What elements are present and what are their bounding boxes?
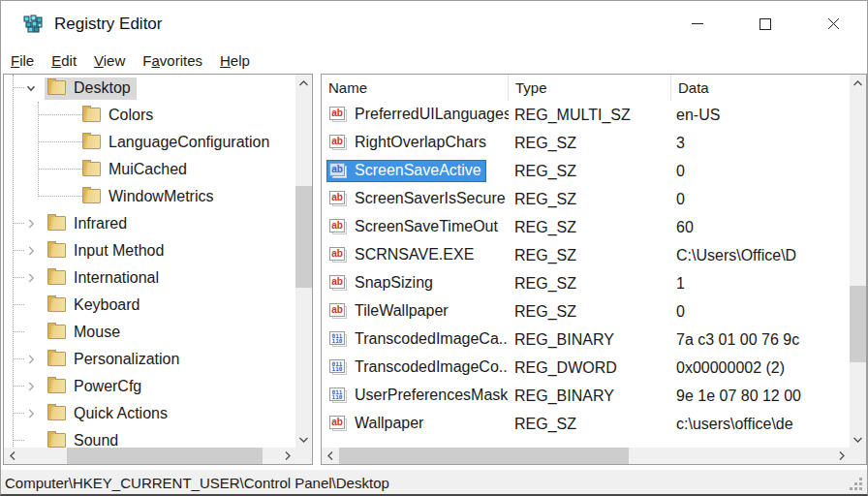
value-row-transcodedimageca[interactable]: 011110TranscodedImageCa...REG_BINARY7a c… xyxy=(322,326,850,354)
tree-node[interactable]: Keyboard xyxy=(45,294,146,317)
value-name-label: ScreenSaverIsSecure xyxy=(355,190,506,207)
tree-item-keyboard[interactable]: Keyboard xyxy=(4,292,295,319)
minimize-button[interactable] xyxy=(664,1,731,46)
scroll-thumb[interactable] xyxy=(850,286,866,362)
value-row-screensaveactive[interactable]: abScreenSaveActiveREG_SZ0 xyxy=(322,157,850,185)
value-row-rightoverlapchars[interactable]: abRightOverlapCharsREG_SZ3 xyxy=(322,129,850,157)
value-name-capsule[interactable]: abWallpaper xyxy=(326,413,428,435)
scroll-thumb[interactable] xyxy=(67,448,263,464)
tree-item-languageconfiguration[interactable]: LanguageConfiguration xyxy=(4,129,295,156)
scroll-track[interactable] xyxy=(338,448,833,464)
string-value-icon: ab xyxy=(329,219,349,235)
chevron-right-icon[interactable] xyxy=(23,352,39,367)
value-name-label: TranscodedImageCa... xyxy=(355,330,509,348)
value-name-capsule[interactable]: abSnapSizing xyxy=(326,272,438,294)
tree-node[interactable]: Infrared xyxy=(45,213,133,235)
tree-node[interactable]: Personalization xyxy=(45,349,185,371)
tree-item-infrared[interactable]: Infrared xyxy=(4,210,295,237)
column-header-name[interactable]: Name xyxy=(322,75,509,101)
tree-node[interactable]: WindowMetrics xyxy=(79,186,219,208)
maximize-button[interactable] xyxy=(731,1,799,46)
menu-item-view[interactable]: View xyxy=(85,49,134,72)
value-row-screensaverissecure[interactable]: abScreenSaverIsSecureREG_SZ0 xyxy=(322,185,850,213)
scroll-left-arrow[interactable] xyxy=(4,448,20,464)
value-name-capsule[interactable]: abScreenSaverIsSecure xyxy=(326,188,509,210)
tree-node[interactable]: PowerCfg xyxy=(45,376,147,398)
scroll-down-arrow[interactable] xyxy=(295,431,312,448)
scroll-left-arrow[interactable] xyxy=(322,448,338,464)
tree-item-label: Desktop xyxy=(74,79,131,97)
scroll-thumb[interactable] xyxy=(295,186,312,288)
value-name-capsule[interactable]: abPreferredUILanguages xyxy=(326,104,509,126)
menu-item-file[interactable]: File xyxy=(2,49,43,72)
chevron-right-icon[interactable] xyxy=(23,379,39,394)
tree-node[interactable]: Mouse xyxy=(45,322,126,344)
value-name-capsule[interactable]: abScreenSaveActive xyxy=(326,160,486,182)
scroll-up-arrow[interactable] xyxy=(295,75,312,91)
list-horizontal-scrollbar[interactable] xyxy=(322,448,850,464)
value-row-wallpaper[interactable]: abWallpaperREG_SZc:\users\office\de xyxy=(322,410,850,438)
tree-node[interactable]: MuiCached xyxy=(79,159,193,181)
tree-item-personalization[interactable]: Personalization xyxy=(4,346,295,373)
value-name-capsule[interactable]: 011110TranscodedImageCa... xyxy=(326,328,509,351)
tree-vertical-scrollbar[interactable] xyxy=(295,75,312,448)
tree-node[interactable]: Sound xyxy=(45,430,124,449)
value-row-scrnsave-exe[interactable]: abSCRNSAVE.EXEREG_SZC:\Users\Office\D xyxy=(322,241,850,269)
tree-item-mouse[interactable]: Mouse xyxy=(4,319,295,346)
value-row-transcodedimageco[interactable]: 011110TranscodedImageCo...REG_DWORD0x000… xyxy=(322,354,850,382)
tree-item-colors[interactable]: Colors xyxy=(4,102,295,129)
value-name-capsule[interactable]: abScreenSaveTimeOut xyxy=(326,216,503,238)
tree-item-powercfg[interactable]: PowerCfg xyxy=(4,373,295,400)
menu-item-edit[interactable]: Edit xyxy=(43,49,85,72)
tree-item-quick-actions[interactable]: Quick Actions xyxy=(4,400,295,427)
scroll-track[interactable] xyxy=(850,91,866,431)
scroll-right-arrow[interactable] xyxy=(833,448,850,464)
tree-item-input-method[interactable]: Input Method xyxy=(4,237,295,264)
value-name-capsule[interactable]: 011110UserPreferencesMask xyxy=(326,385,509,407)
value-row-screensavetimeout[interactable]: abScreenSaveTimeOutREG_SZ60 xyxy=(322,213,850,241)
scroll-down-arrow[interactable] xyxy=(850,431,866,448)
value-row-snapsizing[interactable]: abSnapSizingREG_SZ1 xyxy=(322,269,850,297)
tree-node[interactable]: Desktop xyxy=(45,78,137,100)
value-name-capsule[interactable]: 011110TranscodedImageCo... xyxy=(326,356,509,379)
cell-name: abScreenSaveTimeOut xyxy=(322,216,509,238)
scroll-thumb[interactable] xyxy=(339,448,629,464)
string-value-icon: ab xyxy=(329,416,349,432)
list-vertical-scrollbar[interactable] xyxy=(850,75,866,448)
chevron-right-icon[interactable] xyxy=(23,216,39,232)
tree-node[interactable]: Colors xyxy=(79,105,159,127)
tree-node[interactable]: International xyxy=(45,267,165,290)
pane-splitter[interactable] xyxy=(313,74,321,465)
value-row-tilewallpaper[interactable]: abTileWallpaperREG_SZ0 xyxy=(322,297,850,326)
menu-item-help[interactable]: Help xyxy=(211,49,259,72)
chevron-right-icon[interactable] xyxy=(23,270,39,286)
scroll-track[interactable] xyxy=(295,91,312,431)
tree-node[interactable]: Quick Actions xyxy=(45,403,173,425)
statusbar-path: Computer\HKEY_CURRENT_USER\Control Panel… xyxy=(5,475,389,491)
icon-sheet: ab xyxy=(329,163,345,176)
close-button[interactable] xyxy=(799,1,867,46)
column-header-type[interactable]: Type xyxy=(509,75,671,101)
tree-horizontal-scrollbar[interactable] xyxy=(4,448,295,464)
menu-item-favorites[interactable]: Favorites xyxy=(134,49,211,72)
value-name-capsule[interactable]: abSCRNSAVE.EXE xyxy=(326,244,479,266)
tree-node[interactable]: LanguageConfiguration xyxy=(79,132,275,154)
value-name-capsule[interactable]: abTileWallpaper xyxy=(326,300,453,323)
value-row-userpreferencesmask[interactable]: 011110UserPreferencesMaskREG_BINARY9e 1e… xyxy=(322,382,850,410)
scroll-track[interactable] xyxy=(20,448,279,464)
scroll-up-arrow[interactable] xyxy=(850,75,866,91)
chevron-down-icon[interactable] xyxy=(23,80,39,96)
tree-item-windowmetrics[interactable]: WindowMetrics xyxy=(4,183,295,210)
tree-item-desktop[interactable]: Desktop xyxy=(4,75,295,102)
tree-item-muicached[interactable]: MuiCached xyxy=(4,156,295,183)
value-name-capsule[interactable]: abRightOverlapChars xyxy=(326,132,491,154)
scroll-right-arrow[interactable] xyxy=(279,448,295,464)
tree-item-sound[interactable]: Sound xyxy=(4,427,295,448)
tree-node[interactable]: Input Method xyxy=(45,240,170,263)
chevron-right-icon[interactable] xyxy=(23,243,39,259)
column-header-data[interactable]: Data xyxy=(671,75,850,101)
tree-item-international[interactable]: International xyxy=(4,264,295,292)
chevron-right-icon[interactable] xyxy=(23,406,39,421)
value-row-preferreduilanguages[interactable]: abPreferredUILanguagesREG_MULTI_SZen-US xyxy=(322,101,850,129)
resize-grip[interactable] xyxy=(859,487,862,490)
